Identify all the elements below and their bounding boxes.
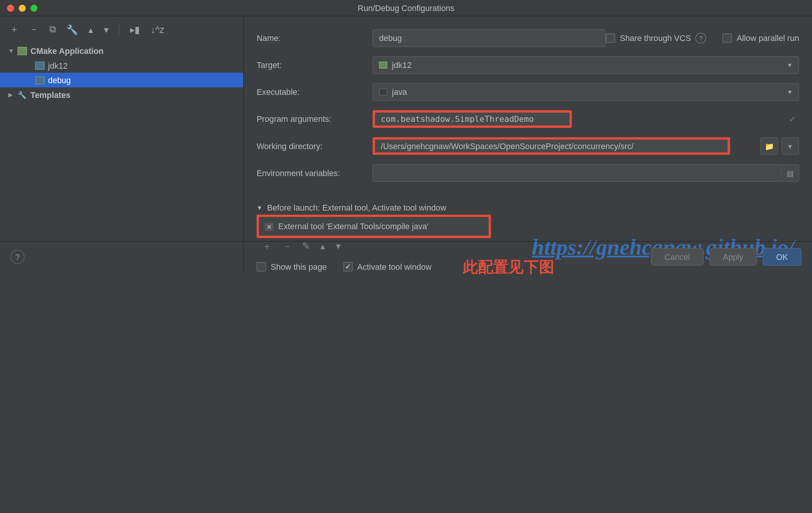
collapse-toggle[interactable]: ▼ [257,205,262,211]
tree-node-debug[interactable]: debug [0,73,243,88]
copy-config-button[interactable]: ⧉ [49,24,56,35]
application-icon [35,61,45,70]
close-window-button[interactable] [7,5,14,12]
name-input[interactable] [373,29,606,47]
chevron-down-icon: ▼ [787,62,793,68]
move-down-button[interactable]: ▾ [104,24,108,35]
zoom-window-button[interactable] [30,5,38,12]
titlebar: Run/Debug Configurations [0,0,812,16]
edit-defaults-button[interactable]: 🔧 [66,24,78,35]
ok-button[interactable]: OK [763,248,801,265]
expand-toggle[interactable]: ▼ [8,47,14,54]
application-icon [35,76,45,85]
before-launch-header[interactable]: ▼ Before launch: External tool, Activate… [257,203,799,212]
tree-label: jdk12 [48,61,68,70]
share-vcs-checkbox[interactable]: Share through VCS ? [606,33,706,44]
tree-label: Templates [30,90,70,99]
external-tool-icon [265,222,274,231]
tree-node-templates[interactable]: ▶ Templates [0,87,243,102]
move-up-button[interactable]: ▴ [88,24,93,35]
before-launch-task-list: External tool 'External Tools/compile ja… [257,215,491,238]
tree-node-jdk12[interactable]: jdk12 [0,58,243,73]
tree-node-cmake-application[interactable]: ▼ CMake Application [0,43,243,58]
allow-parallel-checkbox[interactable]: Allow parallel run [723,33,799,43]
target-label: Target: [257,60,373,70]
sidebar: ＋ － ⧉ 🔧 ▴ ▾ ▸▮ ↓ᴬᴢ ▼ CMake Application j… [0,16,244,271]
envvars-label: Environment variables: [257,168,373,178]
tree-label: CMake Application [30,46,103,55]
executable-value: java [392,87,407,97]
apply-button[interactable]: Apply [709,248,757,265]
wrench-icon [17,90,27,99]
target-value: jdk12 [392,60,412,70]
expand-toggle[interactable]: ▶ [8,91,14,98]
envvars-list-button[interactable]: ▤ [782,164,799,182]
cancel-button[interactable]: Cancel [651,248,703,265]
chevron-down-icon: ▼ [787,89,793,95]
section-title: Before launch: External tool, Activate t… [267,203,447,212]
executable-label: Executable: [257,87,373,97]
remove-config-button[interactable]: － [29,23,39,35]
workdir-dropdown-button[interactable]: ▾ [782,137,799,155]
cmake-icon [17,46,27,55]
executable-combo[interactable]: java ▼ [373,83,799,101]
browse-folder-button[interactable]: 📁 [760,137,778,155]
folder-button[interactable]: ▸▮ [130,24,140,35]
config-form: Name: Share through VCS ? Allow parallel… [244,16,812,271]
expand-field-button[interactable]: ⤢ [785,115,799,123]
checkbox-icon [723,33,732,43]
checkbox-label: Share through VCS [620,33,691,43]
checkbox-icon [606,33,615,43]
environment-variables-input[interactable] [373,164,782,182]
target-combo[interactable]: jdk12 ▼ [373,56,799,74]
program-arguments-input[interactable]: com.beatshadow.SimpleThreadDemo [373,110,572,128]
tree-label: debug [48,76,71,85]
configs-toolbar: ＋ － ⧉ 🔧 ▴ ▾ ▸▮ ↓ᴬᴢ [0,16,243,42]
config-tree: ▼ CMake Application jdk12 debug ▶ Templa… [0,42,243,271]
progargs-label: Program arguments: [257,114,373,124]
help-icon[interactable]: ? [696,33,706,44]
window-title: Run/Debug Configurations [358,3,455,13]
workdir-label: Working directory: [257,141,373,151]
dialog-footer: ? Cancel Apply OK [0,241,812,271]
name-label: Name: [257,33,373,43]
minimize-window-button[interactable] [19,5,26,12]
window-controls [0,5,38,12]
help-button[interactable]: ? [11,250,25,264]
before-launch-task[interactable]: External tool 'External Tools/compile ja… [259,217,489,236]
target-icon [379,61,387,69]
working-directory-input[interactable]: /Users/gnehcgnaw/WorkSpaces/OpenSourcePr… [373,137,730,155]
sort-button[interactable]: ↓ᴬᴢ [150,24,164,35]
task-label: External tool 'External Tools/compile ja… [278,222,428,231]
executable-icon [379,88,387,96]
checkbox-label: Allow parallel run [737,33,799,43]
add-config-button[interactable]: ＋ [9,23,19,35]
separator [119,24,120,35]
